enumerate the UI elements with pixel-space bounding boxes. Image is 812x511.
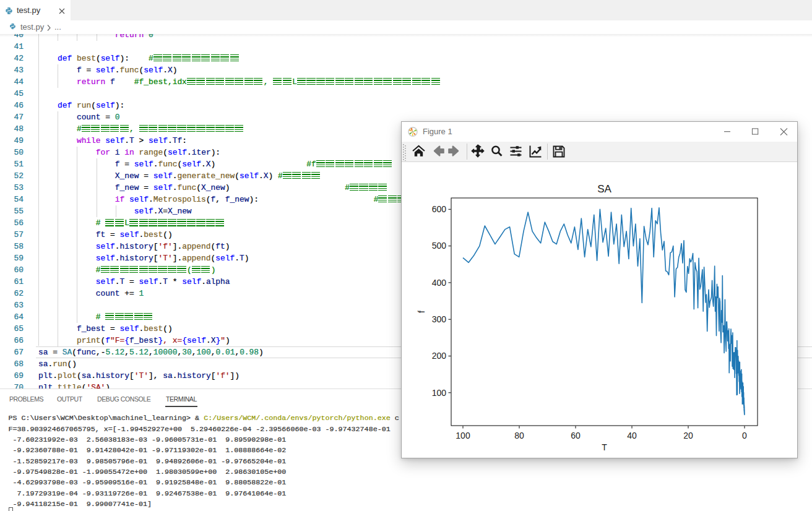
svg-text:20: 20 bbox=[683, 431, 693, 440]
svg-text:40: 40 bbox=[627, 431, 637, 440]
svg-text:300: 300 bbox=[432, 314, 447, 324]
svg-text:100: 100 bbox=[432, 388, 447, 398]
svg-text:600: 600 bbox=[432, 204, 447, 214]
svg-text:100: 100 bbox=[456, 431, 470, 440]
svg-text:f: f bbox=[417, 311, 426, 313]
svg-text:60: 60 bbox=[571, 431, 581, 440]
svg-text:500: 500 bbox=[432, 241, 447, 251]
svg-text:SA: SA bbox=[597, 183, 611, 195]
svg-text:200: 200 bbox=[432, 351, 447, 361]
svg-text:400: 400 bbox=[432, 278, 447, 288]
svg-text:0: 0 bbox=[742, 431, 747, 440]
svg-text:T: T bbox=[602, 442, 607, 452]
svg-text:80: 80 bbox=[514, 431, 524, 440]
